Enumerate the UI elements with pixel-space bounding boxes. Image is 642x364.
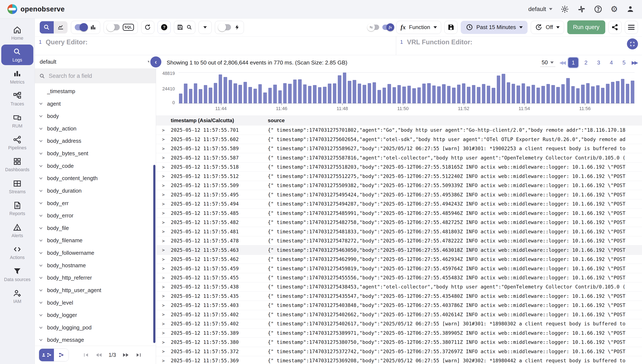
log-row[interactable]: >2025-05-12 11:57:55.462{"_timestamp":17… xyxy=(156,255,642,264)
field-item[interactable]: body xyxy=(35,110,156,122)
expand-row-icon[interactable]: > xyxy=(156,164,171,170)
expand-row-icon[interactable]: > xyxy=(156,293,171,299)
page-button[interactable]: 1 xyxy=(568,58,578,68)
page-button[interactable]: 5 xyxy=(619,58,629,68)
saved-search-dropdown-button[interactable] xyxy=(198,21,212,34)
expand-row-icon[interactable]: > xyxy=(156,303,171,308)
expand-row-icon[interactable]: > xyxy=(156,210,171,216)
expand-row-icon[interactable]: > xyxy=(156,238,171,244)
expand-row-icon[interactable]: > xyxy=(156,358,171,363)
log-row[interactable]: >2025-05-12 11:57:55.435{"_timestamp":17… xyxy=(156,292,642,301)
prev-page-icon[interactable] xyxy=(96,352,102,358)
field-item[interactable]: body_logging_pod xyxy=(35,321,156,334)
expand-row-icon[interactable]: > xyxy=(156,220,171,225)
sidebar-item-home[interactable]: Home xyxy=(1,22,33,43)
field-item[interactable]: body_followername xyxy=(35,247,156,259)
expand-row-icon[interactable]: > xyxy=(156,183,171,188)
expand-row-icon[interactable]: > xyxy=(156,266,171,271)
log-row[interactable]: >2025-05-12 11:57:55.482{"_timestamp":17… xyxy=(156,218,642,227)
page-button[interactable]: 2 xyxy=(581,58,591,68)
field-item[interactable]: body_error xyxy=(35,209,156,222)
menu-button[interactable] xyxy=(625,21,638,34)
saved-search-button[interactable] xyxy=(174,21,195,34)
log-row[interactable]: >2025-05-12 11:57:55.589{"_timestamp":17… xyxy=(156,144,642,153)
log-row[interactable]: >2025-05-12 11:57:55.463{"_timestamp":17… xyxy=(156,246,642,254)
sidebar-item-logs[interactable]: Logs xyxy=(1,44,33,65)
save-function-button[interactable] xyxy=(444,21,458,34)
field-item[interactable]: body_duration xyxy=(35,184,156,197)
log-row[interactable]: >2025-05-12 11:57:55.372{"_timestamp":17… xyxy=(156,347,642,356)
log-row[interactable]: >2025-05-12 11:57:55.478{"_timestamp":17… xyxy=(156,236,642,246)
sidebar-item-streams[interactable]: Streams xyxy=(1,176,33,197)
first-page-icon[interactable] xyxy=(84,352,89,358)
log-row[interactable]: >2025-05-12 11:57:55.455{"_timestamp":17… xyxy=(156,273,642,282)
expand-row-icon[interactable]: > xyxy=(156,330,171,336)
log-row[interactable]: >2025-05-12 11:57:55.518{"_timestamp":17… xyxy=(156,162,642,172)
sidebar-item-rum[interactable]: RUM xyxy=(1,110,33,131)
sidebar-item-reports[interactable]: Reports xyxy=(1,198,33,219)
field-item[interactable]: body_content_length xyxy=(35,172,156,184)
help-icon[interactable] xyxy=(594,5,602,14)
expand-row-icon[interactable]: > xyxy=(156,340,171,345)
expand-row-icon[interactable]: > xyxy=(156,192,171,197)
log-row[interactable]: >2025-05-12 11:57:55.587{"_timestamp":17… xyxy=(156,153,642,162)
expand-row-icon[interactable]: > xyxy=(156,136,171,142)
sidebar-item-metrics[interactable]: Metrics xyxy=(1,66,33,87)
expand-row-icon[interactable]: > xyxy=(156,247,171,253)
theme-sun-icon[interactable] xyxy=(560,5,569,14)
log-row[interactable]: >2025-05-12 11:57:55.380{"_timestamp":17… xyxy=(156,338,642,347)
expand-row-icon[interactable]: > xyxy=(156,312,171,317)
field-item[interactable]: body_file xyxy=(35,222,156,234)
auto-refresh-select[interactable]: Off xyxy=(531,21,564,34)
quick-mode-toggle[interactable] xyxy=(219,24,231,30)
field-item[interactable]: body_level xyxy=(35,296,156,309)
share-button[interactable] xyxy=(608,21,622,34)
expand-row-icon[interactable]: > xyxy=(156,229,171,234)
field-item[interactable]: body_http_user_agent xyxy=(35,284,156,296)
field-item[interactable]: body_action xyxy=(35,122,156,135)
expand-row-icon[interactable]: > xyxy=(156,275,171,280)
transform-toggle[interactable]: ⇆ xyxy=(368,24,379,30)
field-list-scrollbar[interactable] xyxy=(153,165,155,343)
log-row[interactable]: >2025-05-12 11:57:55.402{"_timestamp":17… xyxy=(156,310,642,319)
last-page-icon[interactable] xyxy=(136,352,141,358)
function-select[interactable]: fx Function xyxy=(396,21,441,34)
field-search[interactable]: Search for a field xyxy=(35,69,156,83)
log-row[interactable]: >2025-05-12 11:57:55.509{"_timestamp":17… xyxy=(156,181,642,190)
expand-row-icon[interactable]: > xyxy=(156,257,171,262)
histogram-toggle[interactable] xyxy=(75,24,87,30)
user-avatar-icon[interactable] xyxy=(626,5,635,14)
expand-row-icon[interactable]: > xyxy=(156,146,171,151)
run-query-button[interactable]: Run query xyxy=(567,20,605,34)
field-item[interactable]: body_err xyxy=(35,197,156,210)
all-fields-view-button[interactable] xyxy=(54,349,69,362)
time-range-select[interactable]: Past 15 Minutes xyxy=(461,21,527,34)
expand-row-icon[interactable]: > xyxy=(156,128,171,133)
organization-select[interactable]: default xyxy=(528,6,552,12)
field-item[interactable]: body_message xyxy=(35,334,156,346)
stream-select[interactable]: default xyxy=(35,55,156,69)
field-item[interactable]: body_filename xyxy=(35,234,156,247)
expand-row-icon[interactable]: > xyxy=(156,201,171,206)
expand-row-icon[interactable]: > xyxy=(156,349,171,354)
log-row[interactable]: >2025-05-12 11:57:55.369{"_timestamp":17… xyxy=(156,356,642,364)
log-row[interactable]: >2025-05-12 11:57:55.485{"_timestamp":17… xyxy=(156,208,642,218)
histogram-plot[interactable] xyxy=(179,72,634,104)
field-item[interactable]: agent xyxy=(35,98,156,110)
field-item[interactable]: body_http_referrer xyxy=(35,272,156,284)
log-row[interactable]: >2025-05-12 11:57:55.402{"_timestamp":17… xyxy=(156,319,642,328)
user-fields-view-button[interactable] xyxy=(39,349,54,362)
expand-row-icon[interactable]: > xyxy=(156,321,171,326)
log-row[interactable]: >2025-05-12 11:57:55.481{"_timestamp":17… xyxy=(156,227,642,236)
page-button[interactable]: 4 xyxy=(606,58,616,68)
sidebar-item-dashboards[interactable]: Dashboards xyxy=(1,154,33,175)
sidebar-item-actions[interactable]: Actions xyxy=(1,242,33,262)
expand-row-icon[interactable]: > xyxy=(156,155,171,160)
field-item[interactable]: body_code xyxy=(35,160,156,172)
log-row[interactable]: >2025-05-12 11:57:55.495{"_timestamp":17… xyxy=(156,190,642,199)
settings-gear-icon[interactable]: ⚙ xyxy=(610,5,618,13)
page-size-select[interactable]: 50 xyxy=(540,58,555,67)
sidebar-item-traces[interactable]: Traces xyxy=(1,88,33,109)
sidebar-item-pipelines[interactable]: Pipelines xyxy=(1,132,33,153)
log-row[interactable]: >2025-05-12 11:57:55.701{"_timestamp":17… xyxy=(156,126,642,135)
